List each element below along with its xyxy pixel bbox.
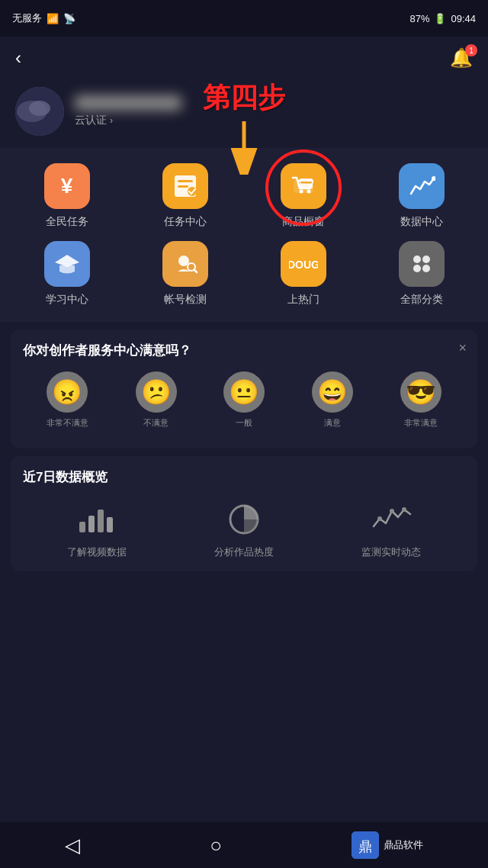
satisfied-label: 满意	[324, 417, 341, 429]
grid-item-zhanghu[interactable]: 帐号检测	[126, 241, 244, 307]
svg-rect-11	[300, 182, 312, 184]
battery-level: 87%	[409, 13, 429, 24]
svg-point-22	[422, 256, 430, 263]
svg-point-30	[377, 516, 382, 521]
profile-name	[75, 95, 181, 111]
xuexi-icon	[44, 241, 90, 287]
notification-button[interactable]: 🔔 1	[450, 47, 473, 69]
renwu-label: 任务中心	[164, 215, 207, 229]
data-overview-title: 近7日数据概览	[23, 468, 465, 486]
heat-label: 分析作品热度	[214, 545, 274, 559]
back-button[interactable]: ‹	[15, 47, 21, 69]
shangpin-label: 商品橱窗	[282, 215, 325, 229]
very-unsatisfied-label: 非常不满意	[47, 417, 88, 429]
status-left: 无服务 📶 📡	[12, 11, 75, 25]
step-annotation: 第四步	[203, 79, 285, 175]
svg-rect-26	[88, 516, 95, 532]
arrow-svg	[225, 121, 263, 175]
grid-item-xuexi[interactable]: 学习中心	[8, 241, 126, 307]
home-nav-button[interactable]: ○	[210, 834, 222, 857]
svg-point-4	[29, 101, 50, 116]
very-satisfied-face: 😎	[400, 371, 441, 413]
cert-arrow: ›	[110, 115, 113, 126]
data-item-realtime[interactable]: 监测实时动态	[361, 501, 421, 559]
xuexi-label: 学习中心	[46, 293, 88, 307]
cert-label: 云认证	[75, 114, 107, 127]
svg-rect-6	[178, 180, 193, 182]
neutral-label: 一般	[236, 417, 252, 429]
step-text: 第四步	[203, 79, 285, 117]
remen-label: 上热门	[287, 293, 319, 307]
signal-icons: 📶	[47, 13, 59, 24]
grid-item-shuju[interactable]: 数据中心	[362, 163, 480, 229]
brand-logo: 鼎 鼎品软件	[352, 831, 423, 859]
svg-rect-28	[107, 517, 113, 532]
data-item-video[interactable]: 了解视频数据	[67, 501, 127, 559]
very-unsatisfied-face: 😠	[47, 371, 88, 413]
brand-icon: 鼎	[352, 831, 379, 859]
survey-title: 你对创作者服务中心满意吗？	[23, 342, 465, 359]
cert-badge[interactable]: 云认证 ›	[75, 114, 181, 127]
quanmin-icon: ¥	[44, 163, 90, 209]
profile-info: 云认证 ›	[75, 95, 181, 127]
wifi-icon: 📡	[63, 13, 75, 24]
fenlei-icon	[399, 241, 445, 287]
zhanghu-icon	[162, 241, 208, 287]
renwu-icon	[162, 163, 208, 209]
status-right: 87% 🔋 09:44	[409, 13, 476, 24]
svg-rect-27	[98, 510, 104, 532]
survey-section: 你对创作者服务中心满意吗？ × 😠 非常不满意 😕 不满意 😐 一般 😄 满意 …	[11, 330, 477, 448]
quanmin-label: 全民任务	[46, 215, 88, 229]
notification-badge: 1	[465, 44, 477, 56]
grid-item-quanmin[interactable]: ¥ 全民任务	[8, 163, 126, 229]
svg-rect-25	[79, 522, 85, 532]
svg-marker-15	[55, 255, 79, 267]
emoji-very-satisfied[interactable]: 😎 非常满意	[400, 371, 441, 429]
svg-point-24	[422, 265, 430, 272]
header: ‹ 🔔 1	[0, 37, 488, 79]
emoji-satisfied[interactable]: 😄 满意	[312, 371, 353, 429]
bottom-nav: ◁ ○ 鼎 鼎品软件	[0, 822, 488, 868]
heat-icon	[223, 501, 265, 538]
unsatisfied-face: 😕	[136, 371, 177, 413]
shuju-label: 数据中心	[400, 215, 443, 229]
svg-point-13	[307, 190, 310, 194]
grid-item-fenlei[interactable]: 全部分类	[362, 241, 480, 307]
svg-point-23	[413, 265, 421, 272]
svg-point-12	[299, 190, 303, 194]
back-nav-button[interactable]: ◁	[65, 834, 80, 857]
svg-text:鼎: 鼎	[358, 839, 372, 854]
realtime-label: 监测实时动态	[361, 545, 421, 559]
data-item-heat[interactable]: 分析作品热度	[214, 501, 274, 559]
remen-icon: DOUG	[281, 241, 326, 287]
emoji-neutral[interactable]: 😐 一般	[223, 371, 265, 429]
svg-text:DOUG: DOUG	[289, 259, 318, 271]
avatar-image	[15, 87, 64, 136]
svg-point-32	[402, 507, 406, 512]
realtime-icon	[371, 501, 412, 538]
grid-item-remen[interactable]: DOUG 上热门	[244, 241, 362, 307]
svg-point-31	[390, 509, 394, 513]
data-icons-row: 了解视频数据 分析作品热度 监测实	[23, 501, 465, 559]
survey-close-button[interactable]: ×	[458, 340, 467, 356]
zhanghu-label: 帐号检测	[164, 293, 207, 307]
time-label: 09:44	[451, 13, 476, 24]
very-satisfied-label: 非常满意	[404, 417, 438, 429]
svg-point-21	[413, 256, 421, 263]
unsatisfied-label: 不满意	[143, 417, 169, 429]
neutral-face: 😐	[223, 371, 265, 413]
status-bar: 无服务 📶 📡 87% 🔋 09:44	[0, 0, 488, 37]
battery-icon: 🔋	[434, 13, 446, 24]
carrier-label: 无服务	[12, 11, 42, 25]
avatar-svg	[15, 87, 64, 136]
data-overview-section: 近7日数据概览 了解视频数据 分析作品	[11, 456, 477, 571]
emoji-row: 😠 非常不满意 😕 不满意 😐 一般 😄 满意 😎 非常满意	[23, 371, 465, 429]
video-data-icon	[76, 501, 117, 538]
fenlei-label: 全部分类	[400, 293, 443, 307]
svg-rect-7	[178, 185, 188, 188]
emoji-very-unsatisfied[interactable]: 😠 非常不满意	[47, 371, 88, 429]
shangpin-icon	[281, 163, 326, 209]
svg-line-18	[194, 270, 197, 273]
emoji-unsatisfied[interactable]: 😕 不满意	[136, 371, 177, 429]
satisfied-face: 😄	[312, 371, 353, 413]
